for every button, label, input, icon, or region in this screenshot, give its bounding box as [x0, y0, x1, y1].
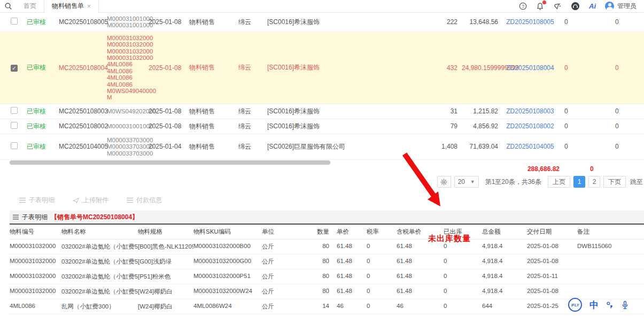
jump-to-label: 跳至	[630, 178, 643, 187]
page-button[interactable]: 1	[573, 176, 585, 188]
detail-cell: 2025-01-08	[527, 240, 577, 254]
detail-cell: 4,918.4	[482, 284, 527, 299]
order-row[interactable]: 已审核MC20250108005M000031001000M0000310010…	[0, 13, 644, 32]
material-code: 4ML0086	[107, 61, 144, 67]
detail-column-header: 物料SKU编码	[193, 225, 262, 239]
order-type: 物料销售	[187, 104, 236, 119]
return-qty: 0	[611, 120, 644, 133]
material-codes: M000033703000M000033703000M000033703000	[105, 134, 146, 159]
status-badge: 已审核	[25, 140, 57, 154]
horizontal-scrollbar-thumb[interactable]	[10, 160, 330, 165]
detail-cell: 公斤	[262, 269, 290, 284]
outbound-order-link[interactable]: ZD20250104005	[500, 140, 560, 153]
order-date: 2025-01-08	[146, 16, 187, 28]
ai-assistant-button[interactable]: Ai	[589, 2, 596, 10]
detail-cell: [P51]粉米色	[138, 269, 193, 284]
detail-header-row: 物料编号物料名称物料规格物料SKU编码单位数量单价税率含税单价已出库总金额交付日…	[10, 223, 644, 240]
customer-name: [SC0016]希沫服饰	[265, 15, 379, 29]
row-checkbox[interactable]	[11, 142, 18, 149]
order-type: 物料销售	[187, 140, 236, 154]
outbound-qty: 0	[560, 120, 611, 133]
voice-input-widget: iFLY 中	[568, 298, 629, 312]
detail-cell: 4,918.4	[482, 240, 527, 254]
language-mode-icon[interactable]: 中	[589, 299, 599, 311]
detail-column-header: 总金额	[482, 225, 527, 239]
user-menu[interactable]: 管理员	[605, 2, 637, 11]
order-row[interactable]: 已审核MC20250108002M0000310010002025-01-08物…	[0, 119, 644, 134]
material-code: M0WS049040000	[107, 88, 144, 94]
detail-cell: M000031032000B00	[193, 240, 262, 254]
row-checkbox[interactable]	[11, 18, 18, 25]
detail-row[interactable]: M000031032000032002#单边氨纶（小缸费500）[B00]黑色-…	[10, 240, 644, 255]
page-size-select[interactable]: 20 ▼	[454, 176, 479, 188]
detail-row[interactable]: M000031032000032002#单边氨纶（小缸费500）[P51]粉米色…	[10, 269, 644, 284]
detail-cell: 032002#单边氨纶（小缸费500）	[61, 284, 138, 299]
prev-page-button[interactable]: 上页	[548, 176, 570, 188]
outbound-qty: 0	[560, 105, 611, 118]
order-row[interactable]: ✓已审核MC20250108004M000031032000M000031032…	[0, 32, 644, 104]
detail-cell: 0	[367, 299, 397, 314]
checkbox-cell	[0, 15, 25, 29]
outbound-qty: 0	[560, 16, 611, 28]
checkbox-cell	[0, 119, 25, 133]
row-checkbox[interactable]	[11, 122, 18, 129]
subtable-detail-button[interactable]: 子表明细	[19, 196, 55, 205]
notification-badge	[542, 1, 546, 4]
row-checkbox[interactable]	[11, 107, 18, 114]
search-button[interactable]	[0, 2, 16, 10]
order-number: MC20250108003	[57, 105, 105, 118]
detail-toolbar: 子表明细 上传附件 付款信息	[0, 191, 644, 210]
row-checkbox[interactable]: ✓	[11, 65, 18, 72]
tab-material-sales[interactable]: 物料销售单 ×	[44, 0, 99, 13]
service-button[interactable]	[571, 2, 580, 11]
top-tab-bar: 首页 物料销售单 × ?	[0, 0, 644, 13]
detail-cell: 61.48	[397, 255, 444, 269]
detail-row[interactable]: M000031032000032002#单边氨纶（小缸费500）[W24]椰奶白…	[10, 284, 644, 299]
detail-cell: M000031032000	[10, 269, 61, 284]
detail-cell: 032002#单边氨纶（小缸费500）	[61, 269, 138, 284]
amount: 1,215.82	[460, 105, 500, 118]
next-page-button[interactable]: 下页	[603, 176, 626, 188]
tab-home[interactable]: 首页	[16, 0, 44, 13]
detail-cell: 4ML0086W24	[193, 299, 262, 314]
detail-cell: 0	[367, 284, 397, 299]
detail-column-header: 物料编号	[10, 225, 61, 239]
detail-cell: M000031032000	[10, 284, 61, 299]
tab-close-icon[interactable]: ×	[87, 3, 91, 10]
outbound-order-link[interactable]: ZD20250108004	[500, 61, 560, 74]
page-button[interactable]: 2	[588, 176, 600, 188]
detail-column-header: 数量	[290, 225, 337, 239]
detail-cell: 61.48	[337, 240, 367, 254]
detail-cell: 公斤	[262, 240, 290, 254]
page-numbers: 12	[573, 176, 600, 188]
notifications-button[interactable]	[536, 2, 544, 11]
microphone-icon[interactable]	[621, 300, 629, 310]
outbound-order-link[interactable]: ZD20250108005	[500, 16, 560, 28]
detail-cell	[577, 269, 644, 284]
help-button[interactable]: ?	[519, 2, 527, 10]
announcement-button[interactable]	[553, 2, 562, 10]
checkbox-cell	[0, 104, 25, 118]
upload-attachment-button[interactable]: 上传附件	[73, 196, 108, 205]
detail-row[interactable]: 4ML0086乱网（小缸费300）[W24]椰奶白4ML0086W24公斤144…	[10, 299, 644, 314]
detail-cell: 61.48	[397, 284, 444, 299]
table-settings-button[interactable]	[437, 176, 451, 188]
detail-cell: 80	[290, 240, 337, 254]
outbound-order-link[interactable]: ZD20250108003	[500, 105, 560, 118]
customer-name: [SC0016]希沫服饰	[265, 60, 379, 75]
customer-name: [SC0016]希沫服饰	[265, 119, 379, 134]
order-type: 物料销售	[187, 119, 236, 134]
detail-row[interactable]: M000031032000032002#单边氨纶（小缸费500）[G00]浅奶绿…	[10, 255, 644, 269]
payment-info-button[interactable]: 付款信息	[127, 196, 162, 205]
outbound-order-link[interactable]: ZD20250108002	[500, 120, 560, 133]
order-row[interactable]: 已审核MC20250104005M000033703000M0000337030…	[0, 134, 644, 160]
ifly-logo-icon[interactable]: iFLY	[568, 298, 582, 312]
total-amount: 288,686.82	[527, 165, 560, 173]
ime-tools-icon[interactable]	[606, 301, 614, 309]
order-date: 2025-01-08	[146, 120, 187, 133]
app-window: 首页 物料销售单 × ?	[0, 0, 644, 316]
order-row[interactable]: 已审核MC20250108003M0WS0492020002025-01-08物…	[0, 104, 644, 119]
quantity: 1,408	[379, 140, 460, 153]
pagination: 20 ▼ 第1至20条，共36条 上页 12 下页 跳至	[0, 174, 644, 191]
detail-cell: [G00]浅奶绿	[138, 255, 193, 269]
